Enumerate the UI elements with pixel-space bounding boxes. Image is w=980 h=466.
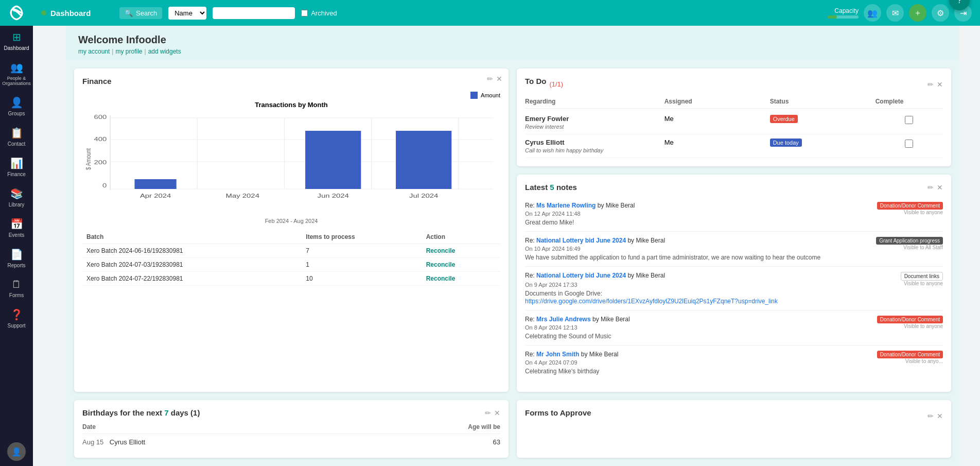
svg-text:Jun 2024: Jun 2024 bbox=[318, 193, 349, 199]
reconcile-link[interactable]: Reconcile bbox=[426, 247, 456, 254]
note-re: Re: National Lottery bid June 2024 by Mi… bbox=[525, 272, 665, 279]
batch-cell: Xero Batch 2024-06-16/192830981 bbox=[82, 244, 302, 258]
svg-rect-13 bbox=[135, 179, 177, 189]
forms-edit-btn[interactable]: ✏ bbox=[927, 412, 934, 420]
forms-close-btn[interactable]: ✕ bbox=[937, 412, 943, 420]
support-question-icon: ? bbox=[957, 0, 962, 6]
note-link[interactable]: https://drive.google.com/drive/folders/1… bbox=[525, 298, 778, 305]
sidebar-item-label: Forms bbox=[9, 292, 24, 298]
chart-legend: Amount bbox=[82, 92, 500, 99]
sidebar-item-groups[interactable]: 👤 Groups bbox=[0, 91, 33, 122]
my-account-link[interactable]: my account bbox=[78, 48, 110, 55]
sidebar-item-finance[interactable]: 📊 Finance bbox=[0, 152, 33, 182]
complete-header: Complete bbox=[876, 98, 943, 105]
sidebar-item-label: Events bbox=[9, 232, 25, 238]
sidebar-item-library[interactable]: 📚 Library bbox=[0, 182, 33, 213]
note-by: by Mike Beral bbox=[592, 316, 630, 323]
archived-checkbox[interactable] bbox=[301, 10, 308, 16]
note-re-prefix: Re: bbox=[525, 237, 535, 244]
todo-close-btn[interactable]: ✕ bbox=[937, 80, 943, 89]
birthday-date: Aug 15 Cyrus Elliott bbox=[82, 438, 145, 446]
archived-label: Archived bbox=[311, 9, 337, 17]
note-body: We have submitted the application to fun… bbox=[525, 254, 943, 261]
reconcile-link[interactable]: Reconcile bbox=[426, 275, 456, 282]
note-person[interactable]: Ms Marlene Rowling bbox=[536, 202, 596, 209]
note-item: Re: Mrs Julie Andrews by Mike Beral Dona… bbox=[525, 310, 943, 346]
note-person[interactable]: Mrs Julie Andrews bbox=[536, 316, 591, 323]
todo-header-row: Regarding Assigned Status Complete bbox=[525, 98, 943, 109]
note-by: by Mike Beral bbox=[598, 202, 635, 209]
right-column: To Do (1/1) ✏ ✕ Regarding Assigned Statu… bbox=[517, 68, 951, 392]
note-person[interactable]: Mr John Smith bbox=[536, 351, 579, 358]
sidebar-item-support[interactable]: ❓ Support bbox=[0, 303, 33, 334]
note-visibility: Visible to anyone bbox=[904, 281, 943, 288]
status-header: Status bbox=[770, 98, 871, 105]
finance-close-btn[interactable]: ✕ bbox=[496, 75, 502, 83]
search-filter-select[interactable]: Name Email Phone bbox=[168, 7, 206, 20]
birthday-rows: Aug 15 Cyrus Elliott 63 bbox=[82, 438, 500, 446]
sidebar-item-forms[interactable]: 🗒 Forms bbox=[0, 273, 33, 303]
page-title: Welcome Infoodle bbox=[78, 34, 947, 46]
note-person[interactable]: National Lottery bid June 2024 bbox=[536, 272, 626, 279]
sidebar-item-label: Groups bbox=[8, 111, 25, 116]
notes-edit-btn[interactable]: ✏ bbox=[927, 183, 934, 192]
note-meta: On 8 Apr 2024 12:13 Visible to anyone bbox=[525, 323, 943, 331]
app-logo[interactable] bbox=[0, 0, 33, 26]
svg-text:600: 600 bbox=[94, 114, 107, 120]
capacity-area: Capacity bbox=[828, 7, 859, 19]
search-input[interactable] bbox=[213, 7, 295, 19]
note-item: Re: Ms Marlene Rowling by Mike Beral Don… bbox=[525, 197, 943, 232]
note-badge: Donation/Donor Comment bbox=[877, 351, 943, 358]
note-item: Re: Mr John Smith by Mike Beral Donation… bbox=[525, 346, 943, 380]
todo-complete bbox=[876, 115, 943, 124]
search-trigger[interactable]: 🔍 Search bbox=[119, 7, 162, 19]
batch-cell: Xero Batch 2024-07-22/192830981 bbox=[82, 272, 302, 286]
sidebar-item-contact[interactable]: 📋 Contact bbox=[0, 122, 33, 152]
my-profile-link[interactable]: my profile bbox=[115, 48, 142, 55]
birthdays-edit-btn[interactable]: ✏ bbox=[485, 409, 491, 417]
sidebar-item-dashboard[interactable]: ⊞ Dashboard bbox=[0, 26, 33, 56]
add-icon-btn[interactable]: ＋ bbox=[909, 4, 926, 22]
notes-close-btn[interactable]: ✕ bbox=[937, 183, 943, 192]
items-col-header: Items to process bbox=[302, 230, 422, 244]
sidebar-item-reports[interactable]: 📄 Reports bbox=[0, 243, 33, 273]
note-re: Re: Mr John Smith by Mike Beral bbox=[525, 351, 618, 358]
note-badge: Document links bbox=[901, 272, 943, 281]
sidebar-item-events[interactable]: 📅 Events bbox=[0, 213, 33, 243]
note-person[interactable]: National Lottery bid June 2024 bbox=[536, 237, 626, 244]
chart-container: 600 400 200 0 bbox=[82, 113, 500, 216]
birthday-header: Date Age will be bbox=[82, 423, 500, 434]
birthdays-close-btn[interactable]: ✕ bbox=[494, 409, 500, 417]
people-icon: 👥 bbox=[10, 61, 23, 74]
reconcile-link[interactable]: Reconcile bbox=[426, 261, 456, 268]
sidebar-item-people[interactable]: 👥 People &Organisations bbox=[0, 56, 33, 91]
batch-cell: Xero Batch 2024-07-03/192830981 bbox=[82, 258, 302, 272]
todo-status: Due today bbox=[770, 139, 871, 147]
todo-checkbox[interactable] bbox=[905, 140, 913, 148]
mail-icon-btn[interactable]: ✉ bbox=[886, 4, 904, 22]
archived-checkbox-label[interactable]: Archived bbox=[301, 9, 337, 17]
svg-text:200: 200 bbox=[94, 159, 107, 166]
add-widgets-link[interactable]: add widgets bbox=[148, 48, 181, 55]
contact-icon: 📋 bbox=[10, 127, 23, 139]
finance-edit-btn[interactable]: ✏ bbox=[487, 75, 493, 83]
todo-widget-controls: ✏ ✕ bbox=[927, 80, 943, 89]
capacity-label: Capacity bbox=[834, 7, 859, 14]
note-re: Re: Mrs Julie Andrews by Mike Beral bbox=[525, 316, 630, 323]
note-re-prefix: Re: bbox=[525, 316, 535, 323]
sidebar-item-label: Reports bbox=[7, 263, 25, 268]
reports-icon: 📄 bbox=[10, 248, 23, 261]
birthdays-days-unit: days bbox=[171, 408, 188, 417]
user-avatar[interactable]: 👤 bbox=[7, 442, 26, 461]
status-badge: Due today bbox=[770, 139, 802, 147]
page-links: my account | my profile | add widgets bbox=[78, 48, 947, 55]
notes-widget: Latest 5 notes ✏ ✕ Re: Ms Marlene Rowlin… bbox=[517, 175, 951, 392]
note-meta: On 9 Apr 2024 17:33 Visible to anyone bbox=[525, 281, 943, 288]
todo-edit-btn[interactable]: ✏ bbox=[927, 80, 934, 89]
people-icon-btn[interactable]: 👥 bbox=[864, 4, 881, 22]
settings-icon-btn[interactable]: ⚙ bbox=[932, 4, 949, 22]
finance-widget: Finance ✏ ✕ Amount Transactions by Month… bbox=[74, 68, 509, 392]
note-header: Re: National Lottery bid June 2024 by Mi… bbox=[525, 272, 943, 281]
todo-sub: Review interest bbox=[525, 124, 660, 130]
todo-checkbox[interactable] bbox=[905, 116, 913, 124]
